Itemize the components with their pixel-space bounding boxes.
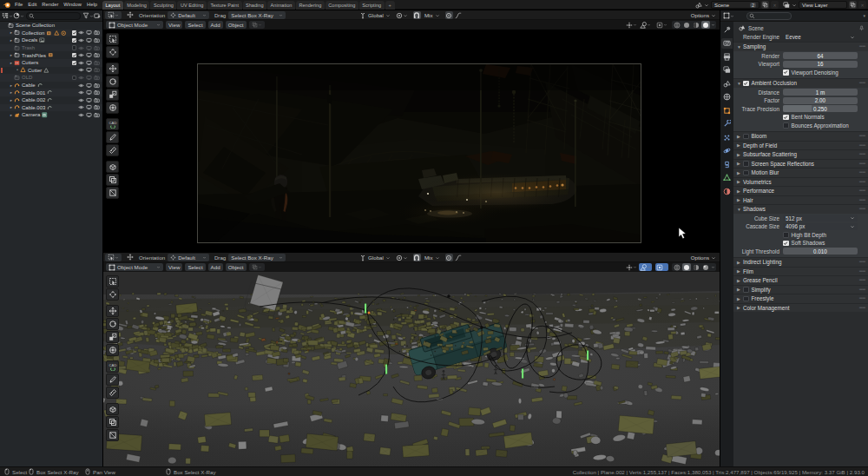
pivot-point-icon[interactable] (396, 255, 403, 261)
collection-visibility-dropdown[interactable] (249, 21, 265, 29)
tool-cursor[interactable] (106, 46, 119, 58)
panel-header-freestyle[interactable]: ▶Freestyle══ (733, 294, 868, 303)
properties-tab-physics[interactable] (721, 146, 733, 156)
exclude-checkbox-checked[interactable] (72, 61, 77, 66)
panel-drag-handle[interactable]: ══ (859, 135, 865, 136)
properties-tab-world[interactable] (721, 92, 733, 102)
panel-checkbox[interactable] (743, 296, 749, 302)
tool-scale[interactable] (106, 331, 119, 343)
panel-header-color-management[interactable]: ▶Color Management══ (733, 303, 868, 313)
panel-checkbox[interactable] (743, 161, 749, 167)
workspace-tab-scripting[interactable]: Scripting (359, 1, 385, 10)
panel-checkbox[interactable] (743, 134, 749, 140)
workspace-tab-uv-editing[interactable]: UV Editing (177, 1, 206, 10)
panel-drag-handle[interactable]: ══ (859, 82, 865, 83)
scene-chevron-icon[interactable] (704, 3, 709, 8)
workspace-tab-shading[interactable]: Shading (243, 1, 267, 10)
panel-checkbox[interactable] (743, 81, 749, 87)
panel-drag-handle[interactable]: ══ (859, 45, 865, 47)
outliner-row-decals[interactable]: ▸Decals (0, 36, 102, 44)
drag-dropdown[interactable]: Select Box X-Ray (228, 11, 286, 19)
prop-select-dropdown[interactable]: 4096 px (783, 223, 858, 230)
properties-tab-scene[interactable] (721, 78, 733, 89)
panel-header-sampling[interactable]: ▼Sampling══ (733, 42, 868, 51)
properties-tab-output[interactable] (721, 51, 733, 62)
tool-cad[interactable]: CAD (106, 360, 119, 373)
shading-render-button[interactable] (701, 263, 710, 271)
panel-drag-handle[interactable]: ══ (859, 199, 865, 201)
outliner-row-cable-002[interactable]: ▸Cable.002 (0, 96, 102, 104)
disable-viewport-toggle[interactable] (86, 112, 92, 118)
disable-viewport-toggle[interactable] (86, 60, 92, 66)
disable-render-toggle[interactable] (94, 104, 100, 110)
panel-drag-handle[interactable]: ══ (859, 189, 865, 191)
view-layer-remove-button[interactable]: ✕ (858, 1, 866, 9)
prop-value-field[interactable]: 1 m (783, 89, 858, 96)
disable-render-toggle[interactable] (94, 60, 100, 66)
panel-header-grease-pencil[interactable]: ▶Grease Pencil══ (733, 275, 868, 285)
add-workspace-button[interactable]: + (385, 1, 395, 10)
properties-editor-icon[interactable] (723, 12, 734, 19)
tool-select-box[interactable] (106, 275, 119, 288)
blender-logo[interactable] (3, 1, 11, 9)
disable-render-toggle[interactable] (94, 89, 100, 96)
menu-render[interactable]: Render (39, 0, 61, 10)
transform-orientation-chevron[interactable] (385, 13, 391, 18)
outliner-row-old[interactable]: OLD (0, 74, 102, 82)
workspace-tab-texture-paint[interactable]: Texture Paint (207, 1, 242, 10)
panel-drag-handle[interactable]: ══ (859, 288, 865, 290)
panel-header-screen-space-reflections[interactable]: ▶Screen Space Reflections══ (733, 159, 868, 169)
panel-header-simplify[interactable]: ▶Simplify══ (733, 285, 868, 294)
panel-drag-handle[interactable]: ══ (859, 208, 865, 209)
disable-render-toggle[interactable] (94, 45, 100, 51)
menu-edit[interactable]: Edit (25, 0, 39, 10)
exclude-checkbox-checked[interactable] (72, 30, 77, 36)
menu-window[interactable]: Window (61, 0, 84, 10)
workspace-tab-animation[interactable]: Animation (267, 1, 295, 10)
tool-annotate[interactable] (106, 374, 119, 386)
disable-viewport-toggle[interactable] (86, 30, 92, 36)
options-chevron[interactable] (711, 13, 716, 18)
prop-checkbox-unchecked[interactable] (783, 122, 789, 129)
options-dropdown[interactable]: Options (691, 253, 716, 262)
snap-toggle[interactable] (413, 254, 421, 261)
outliner-row-collection[interactable]: ▸Collection (0, 30, 102, 37)
snap-chevron[interactable] (435, 13, 440, 18)
tool-add-cube[interactable] (106, 161, 119, 173)
hide-eye-toggle[interactable] (78, 83, 84, 89)
panel-header-depth-of-field[interactable]: ▶Depth of Field══ (733, 141, 868, 150)
view-layer-chevron-icon[interactable] (792, 3, 797, 8)
hide-eye-toggle[interactable] (78, 97, 84, 103)
workspace-tab-layout[interactable]: Layout (102, 1, 123, 10)
panel-checkbox[interactable] (743, 287, 749, 293)
outliner-row-trashpiles[interactable]: ▸TrashPiles (0, 51, 102, 59)
show-gizmo-toggle[interactable] (625, 21, 638, 29)
panel-header-volumetrics[interactable]: ▶Volumetrics══ (733, 177, 868, 187)
disable-viewport-toggle[interactable] (86, 83, 92, 89)
disable-render-toggle[interactable] (94, 30, 100, 36)
snap-chevron[interactable] (435, 255, 440, 261)
prop-checkbox-checked[interactable] (783, 241, 789, 247)
workspace-tab-rendering[interactable]: Rendering (296, 1, 325, 10)
pivot-chevron[interactable] (403, 255, 408, 261)
outliner-row-scene-collection[interactable]: Scene Collection (0, 22, 102, 30)
shading-wire-button[interactable] (673, 263, 681, 271)
hide-eye-toggle[interactable] (78, 60, 84, 66)
show-gizmo-toggle[interactable] (625, 263, 638, 271)
disable-viewport-toggle[interactable] (86, 37, 92, 43)
properties-tab-tool[interactable] (721, 24, 733, 35)
viewport-menu-add[interactable]: Add (208, 21, 223, 29)
exclude-checkbox-checked[interactable] (72, 53, 77, 58)
viewport-menu-add[interactable]: Add (208, 263, 223, 271)
scene-name-field[interactable]: Scene2 (711, 1, 760, 9)
panel-header-subsurface-scattering[interactable]: ▶Subsurface Scattering══ (733, 149, 868, 159)
properties-tab-constraints[interactable] (721, 159, 733, 169)
panel-drag-handle[interactable]: ══ (859, 270, 865, 272)
tool-move[interactable] (106, 63, 119, 75)
panel-header-film[interactable]: ▶Film══ (733, 267, 868, 276)
prop-value-field[interactable]: 2.00 (783, 97, 858, 104)
pin-icon[interactable] (858, 25, 865, 31)
outliner-row-cable-003[interactable]: ▸Cable.003 (0, 104, 102, 112)
outliner-search-input[interactable] (26, 12, 81, 20)
render-engine-dropdown[interactable]: Eevee (783, 34, 858, 41)
